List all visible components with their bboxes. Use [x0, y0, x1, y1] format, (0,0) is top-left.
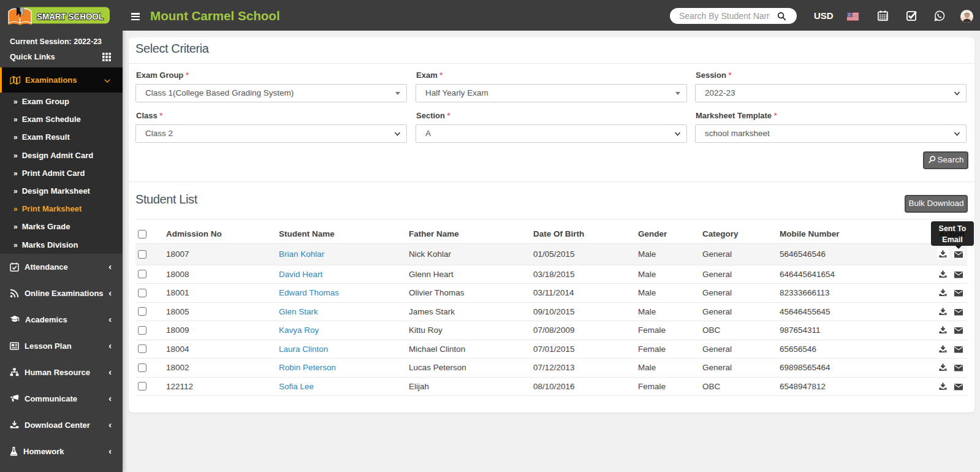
svg-text:SMART SCHOOL: SMART SCHOOL	[37, 11, 104, 21]
